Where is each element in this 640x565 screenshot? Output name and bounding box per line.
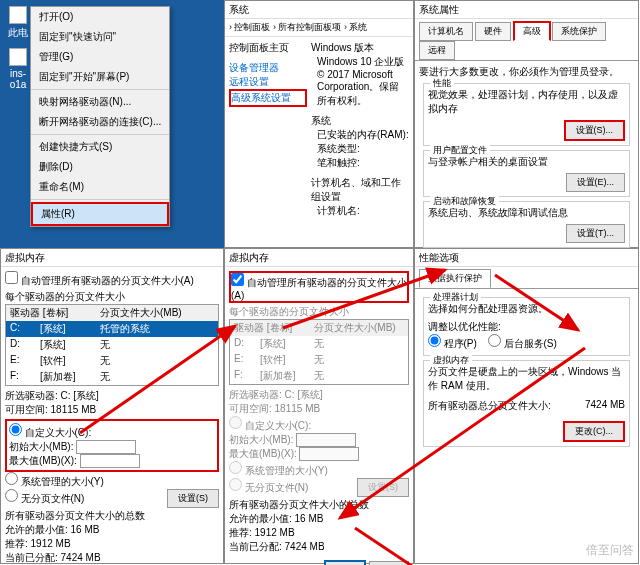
drives-header: 每个驱动器的分页文件大小 [5,290,219,304]
group-processor: 处理器计划 选择如何分配处理器资源。 调整以优化性能: 程序(P) 后台服务(S… [423,297,630,356]
performance-options-dialog: 性能选项 数据执行保护 处理器计划 选择如何分配处理器资源。 调整以优化性能: … [414,248,639,564]
auto-manage-checkbox[interactable]: 自动管理所有驱动器的分页文件大小(A) [5,276,194,286]
copyright: © 2017 Microsoft Corporation。保留所有权利。 [311,69,409,108]
watermark: 倍至问答 [586,542,634,559]
max-label: 最大值(MB)(X): [9,455,77,466]
max-size-input[interactable] [80,454,140,468]
ctx-pin-start[interactable]: 固定到"开始"屏幕(P) [31,67,169,87]
ctx-rename[interactable]: 重命名(M) [31,177,169,197]
pen-label: 笔和触控: [311,156,409,170]
computername-header: 计算机名、域和工作组设置 [311,176,409,204]
total-pagefile-value: 7424 MB [585,399,625,410]
ctx-delete[interactable]: 删除(D) [31,157,169,177]
virtual-memory-dialog-2: 虚拟内存 自动管理所有驱动器的分页文件大小(A) 每个驱动器的分页文件大小 驱动… [224,248,414,564]
desktop-background: 此电 ins-o1a 打开(O) 固定到"快速访问" 管理(G) 固定到"开始"… [0,0,224,248]
custom-size-group: 自定义大小(C): 初始大小(MB): 最大值(MB)(X): [5,419,219,472]
titlebar: 虚拟内存 [225,249,413,267]
tab-advanced[interactable]: 高级 [513,21,551,41]
perf-settings-button[interactable]: 设置(S)... [564,120,626,141]
ctx-sep [31,134,169,135]
group-performance: 性能 视觉效果，处理器计划，内存使用，以及虚拟内存 设置(S)... [423,83,630,146]
control-panel-system: 系统 › 控制面板 › 所有控制面板项 › 系统 控制面板主页 设备管理器 远程… [224,0,414,248]
tab-bar: 计算机名 硬件 高级 系统保护 远程 [415,19,638,61]
avail-label: 可用空间: [5,404,48,415]
tab-computer-name[interactable]: 计算机名 [419,22,473,41]
ctx-pin-qa[interactable]: 固定到"快速访问" [31,27,169,47]
ctx-open[interactable]: 打开(O) [31,7,169,27]
radio-programs[interactable]: 程序(P) [428,339,477,349]
system-properties-dialog: 系统属性 计算机名 硬件 高级 系统保护 远程 要进行大多数更改，你必须作为管理… [414,0,639,248]
computername-label: 计算机名: [311,204,409,218]
group-desc: 视觉效果，处理器计划，内存使用，以及虚拟内存 [428,88,625,116]
desktop-icon-thispc[interactable]: 此电 [6,6,30,40]
auto-manage-checkbox-checked[interactable]: 自动管理所有驱动器的分页文件大小(A) [229,271,409,303]
radio-no-paging[interactable]: 无分页文件(N) [5,494,84,504]
group-title: 启动和故障恢复 [430,195,499,208]
radio-custom-size[interactable]: 自定义大小(C): [9,428,91,438]
systype-label: 系统类型: [311,142,409,156]
thispc-icon [9,6,27,24]
sel-drive-label: 所选驱动器: [5,390,58,401]
desktop-icon-2[interactable]: ins-o1a [6,48,30,90]
drive-list-disabled: 驱动器 [卷标]分页文件大小(MB) D:[系统]无 E:[软件]无 F:[新加… [229,319,409,385]
drive-list[interactable]: 驱动器 [卷标]分页文件大小(MB) C:[系统]托管的系统 D:[系统]无 E… [5,304,219,386]
link-device-mgr[interactable]: 设备管理器 [229,61,307,75]
totals-header: 所有驱动器分页文件大小的总数 [5,509,219,523]
group-desc: 与登录帐户相关的桌面设置 [428,155,625,169]
link-advanced-system-settings[interactable]: 高级系统设置 [229,89,307,107]
edition: Windows 10 企业版 [311,55,409,69]
edition-header: Windows 版本 [311,41,409,55]
tab-remote[interactable]: 远程 [419,41,455,60]
context-menu: 打开(O) 固定到"快速访问" 管理(G) 固定到"开始"屏幕(P) 映射网络驱… [30,6,170,227]
drive-row-e[interactable]: E:[软件]无 [6,353,218,369]
radio-system-managed[interactable]: 系统管理的大小(Y) [5,477,104,487]
group-title: 性能 [430,77,454,90]
startup-settings-button[interactable]: 设置(T)... [566,224,625,243]
titlebar: 虚拟内存 [1,249,223,267]
tab-dep[interactable]: 数据执行保护 [419,269,491,288]
drive-row-f[interactable]: F:[新加卷]无 [6,369,218,385]
cancel-button[interactable]: 取消 [369,561,409,565]
profile-settings-button[interactable]: 设置(E)... [566,173,626,192]
group-virtual-memory: 虚拟内存 分页文件是硬盘上的一块区域，Windows 当作 RAM 使用。 所有… [423,360,630,447]
group-profiles: 用户配置文件 与登录帐户相关的桌面设置 设置(E)... [423,150,630,197]
tab-protection[interactable]: 系统保护 [552,22,606,41]
ctx-sep [31,89,169,90]
drive-row-c[interactable]: C:[系统]托管的系统 [6,321,218,337]
set-button[interactable]: 设置(S) [167,489,219,508]
init-label: 初始大小(MB): [9,441,73,452]
group-title: 用户配置文件 [430,144,490,157]
link-remote[interactable]: 远程设置 [229,75,307,89]
ctx-map-drive[interactable]: 映射网络驱动器(N)... [31,92,169,112]
ctx-shortcut[interactable]: 创建快捷方式(S) [31,137,169,157]
ctx-manage[interactable]: 管理(G) [31,47,169,67]
group-desc: 系统启动、系统故障和调试信息 [428,206,625,220]
virtual-memory-dialog-1: 虚拟内存 自动管理所有驱动器的分页文件大小(A) 每个驱动器的分页文件大小 驱动… [0,248,224,564]
initial-size-input[interactable] [76,440,136,454]
ok-button[interactable]: 确定 [324,560,366,565]
sel-drive-value: C: [系统] [61,390,99,401]
window-title: 系统 [229,4,249,15]
titlebar: 性能选项 [415,249,638,267]
system-header: 系统 [311,114,409,128]
group-startup: 启动和故障恢复 系统启动、系统故障和调试信息 设置(T)... [423,201,630,248]
avail-value: 18115 MB [51,404,97,415]
ctx-sep [31,199,169,200]
drive-row-d[interactable]: D:[系统]无 [6,337,218,353]
ctx-properties[interactable]: 属性(R) [31,202,169,226]
cp-home[interactable]: 控制面板主页 [229,41,307,55]
titlebar: 系统 [225,1,413,19]
titlebar: 系统属性 [415,1,638,19]
generic-icon [9,48,27,66]
change-button[interactable]: 更改(C)... [563,421,625,442]
set-button-disabled: 设置(S) [357,478,409,497]
cp-main: Windows 版本 Windows 10 企业版 © 2017 Microso… [311,41,409,218]
cp-sidebar: 控制面板主页 设备管理器 远程设置 高级系统设置 [229,41,307,218]
ctx-disconnect-drive[interactable]: 断开网络驱动器的连接(C)... [31,112,169,132]
breadcrumb[interactable]: › 控制面板 › 所有控制面板项 › 系统 [225,19,413,37]
ram-label: 已安装的内存(RAM): [311,128,409,142]
radio-background[interactable]: 后台服务(S) [488,339,557,349]
tab-hardware[interactable]: 硬件 [475,22,511,41]
